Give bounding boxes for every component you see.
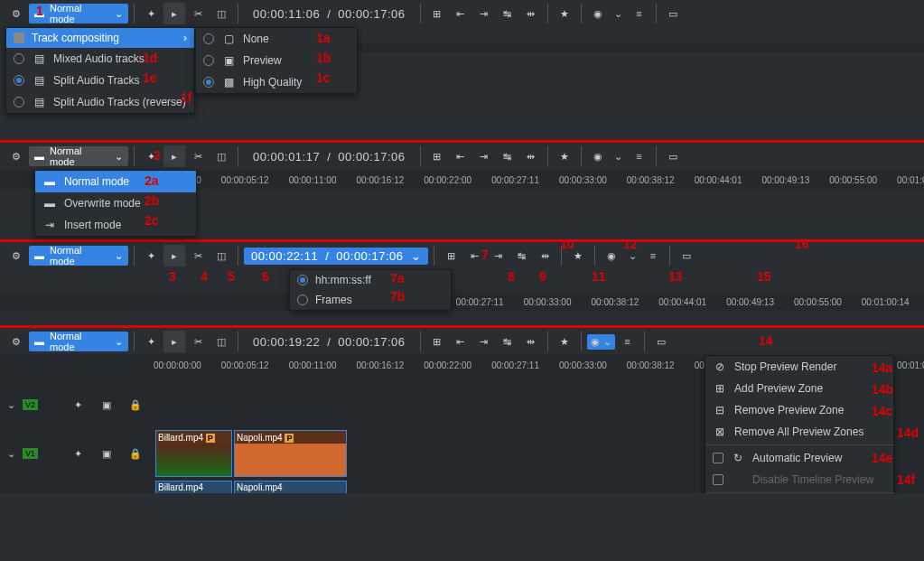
zone-out-icon[interactable]: ⇥ (487, 245, 509, 266)
grid-icon[interactable]: ⊞ (440, 245, 462, 266)
spacer-tool-icon[interactable]: ◫ (210, 3, 232, 24)
zone-out-icon[interactable]: ⇥ (473, 331, 495, 352)
mixed-audio-item[interactable]: ▤ Mixed Audio tracks (6, 48, 194, 70)
split-audio-reverse-item[interactable]: ▤ Split Audio Tracks (reverse) (6, 91, 194, 113)
collapse-icon[interactable]: ⌄ (7, 448, 15, 460)
clip-billard[interactable]: Billard.mp4 P (155, 430, 232, 477)
mixer-icon[interactable]: ≡ (629, 3, 650, 24)
track-header-audio[interactable] (0, 479, 154, 493)
favorite-icon[interactable]: ★ (567, 245, 589, 266)
compositing-preview[interactable]: ▣ Preview (196, 50, 357, 71)
timeline-ruler[interactable]: 00:00:22:0000:00:27:1100:00:33:0000:00:3… (0, 292, 924, 311)
zone-icon[interactable]: ↹ (497, 145, 518, 167)
settings-icon[interactable]: ⚙ (5, 3, 27, 24)
zone-out-icon[interactable]: ⇥ (473, 145, 495, 167)
zone-icon[interactable]: ↹ (497, 331, 518, 352)
format-hhmmssff[interactable]: hh:mm:ss:ff (290, 270, 451, 290)
mixer-icon[interactable]: ≡ (629, 145, 650, 167)
zone-icon[interactable]: ↹ (510, 245, 532, 266)
cursor-icon[interactable]: ▸ (163, 331, 185, 352)
normal-mode-button[interactable]: ▬ Normal mode ⌄ (29, 332, 128, 351)
cursor-icon[interactable]: ▸ (163, 245, 185, 266)
preview-menu-chevron[interactable]: ⌄ (611, 151, 627, 163)
cursor-icon[interactable]: ▸ (163, 145, 185, 167)
remove-preview-zone[interactable]: ⊟ Remove Preview Zone (705, 399, 893, 421)
favorite-icon[interactable]: ★ (554, 145, 575, 167)
effects-icon[interactable]: ✦ (67, 443, 89, 464)
spacer-tool-icon[interactable]: ◫ (210, 145, 232, 167)
cursor-icon[interactable]: ▸ (163, 3, 185, 24)
lock-icon[interactable]: 🔒 (125, 394, 146, 416)
zone-in-icon[interactable]: ⇤ (463, 245, 485, 266)
subtitle-icon[interactable]: ▭ (676, 245, 697, 266)
scissors-icon[interactable]: ✂ (187, 145, 209, 167)
magic-wand-icon[interactable]: ✦ (140, 3, 162, 24)
settings-icon[interactable]: ⚙ (5, 331, 27, 352)
scissors-icon[interactable]: ✂ (187, 331, 209, 352)
remove-all-preview-zones[interactable]: ⊠ Remove All Preview Zones (705, 421, 893, 443)
add-preview-zone[interactable]: ⊞ Add Preview Zone (705, 378, 893, 399)
mixer-icon[interactable]: ≡ (617, 331, 639, 352)
stop-preview-render[interactable]: ⊘ Stop Preview Render (705, 356, 893, 378)
grid-icon[interactable]: ⊞ (426, 3, 448, 24)
compositing-hq[interactable]: ▩ High Quality (196, 71, 357, 93)
timecode-display[interactable]: 00:00:01:17 / 00:00:17:06 (244, 150, 415, 164)
zone2-icon[interactable]: ⇹ (520, 145, 542, 167)
spacer-tool-icon[interactable]: ◫ (210, 331, 232, 352)
mute-icon[interactable]: ▣ (96, 443, 117, 464)
mode-normal[interactable]: ▬ Normal mode (35, 171, 196, 192)
normal-mode-button[interactable]: ▬ Normal mode ⌄ (29, 4, 128, 23)
grid-icon[interactable]: ⊞ (426, 145, 448, 167)
clip-billard-audio[interactable]: Billard.mp4 (155, 481, 232, 493)
lock-icon[interactable]: 🔒 (125, 443, 146, 464)
zone-icon[interactable]: ↹ (497, 3, 518, 24)
preview-render-icon[interactable]: ◉ (587, 145, 609, 167)
favorite-icon[interactable]: ★ (554, 331, 575, 352)
zone-in-icon[interactable]: ⇤ (450, 331, 471, 352)
zone2-icon[interactable]: ⇹ (520, 3, 542, 24)
track-header-v2[interactable]: ⌄ V2 ✦ ▣ 🔒 (0, 381, 154, 428)
clip-napoli-audio[interactable]: Napoli.mp4 (234, 481, 347, 493)
scissors-icon[interactable]: ✂ (187, 245, 209, 266)
settings-icon[interactable]: ⚙ (5, 245, 27, 266)
preview-menu-chevron[interactable]: ⌄ (611, 8, 627, 20)
effects-icon[interactable]: ✦ (67, 394, 89, 416)
normal-mode-button[interactable]: ▬ Normal mode ⌄ (29, 246, 128, 266)
timecode-display[interactable]: 00:00:19:22 / 00:00:17:06 (244, 335, 415, 349)
timecode-dropdown[interactable]: 00:00:22:11 / 00:00:17:06 ⌄ (244, 248, 428, 265)
zone-in-icon[interactable]: ⇤ (450, 145, 471, 167)
grid-icon[interactable]: ⊞ (426, 331, 448, 352)
track-compositing-item[interactable]: Track compositing › (6, 28, 194, 48)
magic-wand-icon[interactable]: ✦ (140, 245, 162, 266)
collapse-icon[interactable]: ⌄ (7, 399, 15, 411)
clip-napoli[interactable]: Napoli.mp4 P (234, 430, 347, 477)
scissors-icon[interactable]: ✂ (187, 3, 209, 24)
subtitle-icon[interactable]: ▭ (662, 145, 684, 167)
timecode-display[interactable]: 00:00:11:06 / 00:00:17:06 (244, 7, 415, 21)
preview-render-icon[interactable]: ◉ (587, 3, 609, 24)
compositing-none[interactable]: ▢ None (196, 28, 357, 50)
format-frames[interactable]: Frames (290, 290, 451, 310)
zone-out-icon[interactable]: ⇥ (473, 3, 495, 24)
subtitle-icon[interactable]: ▭ (650, 331, 672, 352)
preview-menu-chevron[interactable]: ⌄ (624, 250, 640, 262)
mode-insert[interactable]: ⇥ Insert mode (35, 214, 196, 236)
zone2-icon[interactable]: ⇹ (534, 245, 555, 266)
mode-overwrite[interactable]: ▬ Overwrite mode (35, 192, 196, 214)
preview-render-icon[interactable]: ◉ (601, 245, 622, 266)
zone2-icon[interactable]: ⇹ (520, 331, 542, 352)
settings-icon[interactable]: ⚙ (5, 145, 27, 167)
split-audio-item[interactable]: ▤ Split Audio Tracks (6, 70, 194, 91)
mixer-icon[interactable]: ≡ (642, 245, 664, 266)
magic-wand-icon[interactable]: ✦ (140, 145, 162, 167)
zone-in-icon[interactable]: ⇤ (450, 3, 471, 24)
spacer-tool-icon[interactable]: ◫ (210, 245, 232, 266)
automatic-preview[interactable]: ↻ Automatic Preview (705, 447, 893, 469)
mute-icon[interactable]: ▣ (96, 394, 117, 416)
track-header-v1[interactable]: ⌄ V1 ✦ ▣ 🔒 (0, 428, 154, 479)
magic-wand-icon[interactable]: ✦ (140, 331, 162, 352)
normal-mode-button-open[interactable]: ▬ Normal mode ⌄ (29, 146, 128, 166)
subtitle-icon[interactable]: ▭ (662, 3, 684, 24)
preview-render-button-active[interactable]: ◉ ⌄ (587, 334, 615, 350)
favorite-icon[interactable]: ★ (554, 3, 575, 24)
